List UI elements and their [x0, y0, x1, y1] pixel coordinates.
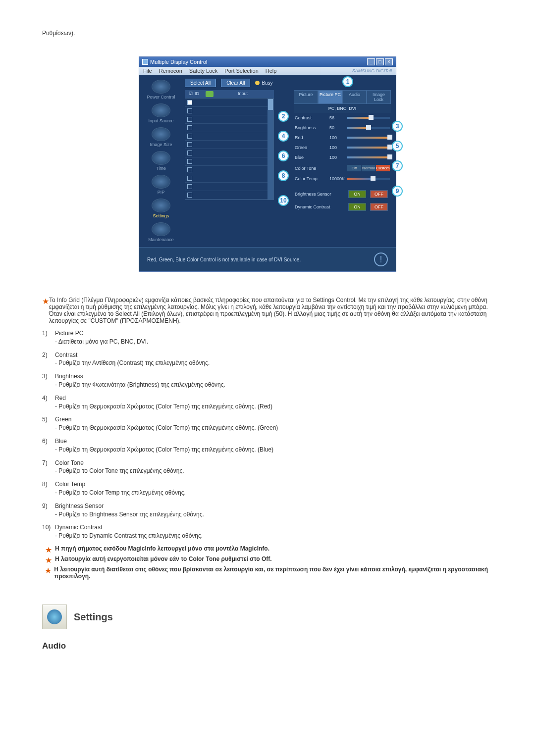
sidebar-settings[interactable]: Settings [152, 199, 170, 218]
grid-scrollbar[interactable] [268, 99, 273, 200]
list-item: 8)Color Temp - Ρυθμίζει το Color Temp τη… [42, 480, 493, 497]
slider-color-temp[interactable]: Color Temp 10000K [294, 174, 391, 184]
grid-row[interactable] [185, 124, 273, 132]
select-all-button[interactable]: Select All [185, 79, 216, 87]
sidebar-pip[interactable]: PIP [152, 175, 170, 195]
sidebar-time[interactable]: Time [152, 151, 170, 171]
note: ★ Η λειτουργία αυτή διατίθεται στις οθόν… [42, 566, 493, 580]
window-buttons: _ □ × [367, 58, 393, 65]
star-icon: ★ [42, 555, 55, 565]
callout-7: 7 [392, 160, 403, 171]
intro-tail: Ρυθμίσεων). [42, 30, 493, 37]
brightness-sensor-control[interactable]: Brightness Sensor ON OFF 9 [294, 188, 391, 201]
grid-row[interactable] [185, 115, 273, 124]
grid-row[interactable] [185, 166, 273, 174]
sidebar-input-source[interactable]: Input Source [148, 103, 173, 123]
slider-brightness[interactable]: Brightness 50 3 [294, 123, 391, 133]
window-title: Multiple Display Control [150, 59, 208, 65]
menu-file[interactable]: File [143, 68, 152, 74]
app-icon [142, 59, 148, 65]
list-item: 1)Picture PC - Διατίθεται μόνο για PC, B… [42, 329, 493, 346]
brightness-sensor-on[interactable]: ON [348, 190, 366, 198]
grid-row[interactable] [185, 132, 273, 141]
numbered-list: 1)Picture PC - Διατίθεται μόνο για PC, B… [42, 329, 493, 540]
dynamic-contrast-off[interactable]: OFF [370, 203, 388, 211]
hint-bar: Red, Green, Blue Color Control is not av… [139, 247, 396, 271]
grid-row[interactable] [185, 99, 273, 107]
callout-10: 10 [278, 195, 289, 206]
grid-row[interactable] [185, 174, 273, 183]
callout-5: 5 [392, 141, 403, 151]
grid-row[interactable] [185, 191, 273, 200]
grid-row[interactable] [185, 157, 273, 166]
star-icon: ★ [42, 297, 49, 324]
slider-blue[interactable]: Blue 100 [294, 152, 391, 162]
list-item: 6)Blue - Ρυθμίζει τη Θερμοκρασία Χρώματο… [42, 437, 493, 454]
info-grid: ☑ ID Input [185, 90, 274, 213]
col-check: ☑ [187, 91, 195, 97]
dynamic-contrast-control[interactable]: Dynamic Contrast ON OFF [294, 201, 391, 213]
list-item: 4)Red - Ρυθμίζει τη Θερμοκρασία Χρώματος… [42, 394, 493, 411]
sidebar-image-size[interactable]: Image Size [150, 127, 172, 147]
slider-green[interactable]: Green 100 5 [294, 143, 391, 152]
tab-image-lock[interactable]: Image Lock [367, 90, 391, 104]
slider-red[interactable]: Red 100 [294, 133, 391, 143]
close-icon[interactable]: × [385, 58, 393, 65]
col-id: ID [195, 91, 206, 97]
clear-all-button[interactable]: Clear All [221, 79, 250, 87]
list-item: 2)Contrast - Ρυθμίζει την Αντίθεση (Cont… [42, 351, 493, 368]
sidebar-maintenance[interactable]: Maintenance [148, 222, 174, 242]
callout-2: 2 [278, 111, 289, 122]
settings-icon [42, 605, 67, 629]
callout-9: 9 [392, 186, 403, 197]
tab-picture[interactable]: Picture [294, 90, 318, 104]
menu-remocon[interactable]: Remocon [159, 68, 182, 74]
grid-row[interactable] [185, 107, 273, 115]
callout-3: 3 [392, 121, 403, 132]
menu-help[interactable]: Help [266, 68, 277, 74]
list-item: 5)Green - Ρυθμίζει τη Θερμοκρασία Χρώματ… [42, 415, 493, 432]
busy-icon [255, 81, 260, 85]
star-icon: ★ [42, 566, 54, 580]
color-tone-control[interactable]: Color Tone Off Normal Custom 7 [294, 162, 391, 174]
source-label: PC, BNC, DVI [294, 104, 391, 113]
star-icon: ★ [42, 545, 55, 554]
titlebar: Multiple Display Control _ □ × [139, 57, 396, 67]
settings-heading: Settings [42, 605, 493, 629]
callout-1: 1 [342, 76, 353, 87]
callout-4: 4 [278, 131, 289, 142]
brightness-sensor-off[interactable]: OFF [370, 190, 388, 198]
busy-indicator: Busy [255, 80, 272, 86]
col-input: Input [214, 91, 272, 97]
dynamic-contrast-on[interactable]: ON [348, 203, 366, 211]
maximize-icon[interactable]: □ [376, 58, 384, 65]
info-icon: ! [374, 252, 388, 266]
tab-audio[interactable]: Audio [342, 90, 367, 104]
sidebar: Power Control Input Source Image Size Ti… [139, 75, 183, 247]
callout-8: 8 [278, 170, 289, 181]
menu-port-selection[interactable]: Port Selection [224, 68, 258, 74]
grid-row[interactable] [185, 141, 273, 149]
slider-contrast[interactable]: Contrast 56 [294, 113, 391, 123]
col-status [206, 91, 214, 97]
callout-6: 6 [278, 151, 289, 161]
note: ★ Η λειτουργία αυτή ενεργοποιείται μόνον… [42, 555, 493, 565]
brand-label: SAMSUNG DIGITall [352, 68, 392, 73]
list-item: 10)Dynamic Contrast - Ρυθμίζει το Dynami… [42, 523, 493, 540]
menubar: File Remocon Safety Lock Port Selection … [139, 67, 396, 75]
grid-row[interactable] [185, 183, 273, 191]
hint-text: Red, Green, Blue Color Control is not av… [147, 257, 301, 262]
menu-safety-lock[interactable]: Safety Lock [189, 68, 217, 74]
audio-heading: Audio [42, 641, 493, 651]
list-item: 9)Brightness Sensor - Ρυθμίζει το Bright… [42, 502, 493, 519]
grid-row[interactable] [185, 149, 273, 157]
list-item: 3)Brightness - Ρυθμίζει την Φωτεινότητα … [42, 372, 493, 389]
mdc-window: Multiple Display Control _ □ × File Remo… [139, 56, 396, 272]
tab-picture-pc[interactable]: Picture PC [318, 90, 342, 104]
list-item: 7)Color Tone - Ρυθμίζει το Color Tone τη… [42, 459, 493, 476]
info-paragraph: ★ Το Info Grid (Πλέγμα Πληροφοριών) εμφα… [42, 297, 493, 324]
note: ★ Η πηγή σήματος εισόδου MagicInfo λειτο… [42, 545, 493, 554]
minimize-icon[interactable]: _ [367, 58, 375, 65]
settings-panel: Picture Picture PC Audio Image Lock PC, … [294, 90, 391, 213]
sidebar-power-control[interactable]: Power Control [147, 80, 175, 100]
